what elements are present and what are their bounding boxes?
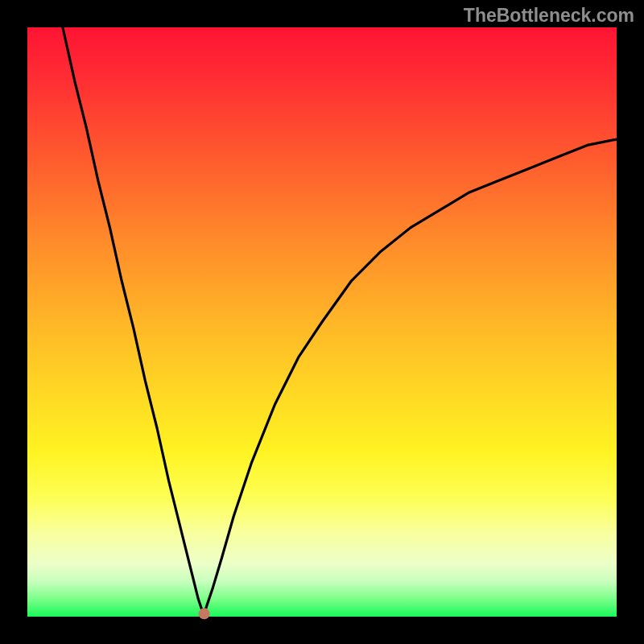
curve-svg	[27, 27, 617, 617]
watermark-text: TheBottleneck.com	[464, 5, 634, 27]
plot-area	[27, 27, 617, 617]
bottleneck-curve	[63, 27, 617, 613]
chart-frame: TheBottleneck.com	[0, 0, 644, 644]
min-marker	[199, 608, 210, 619]
